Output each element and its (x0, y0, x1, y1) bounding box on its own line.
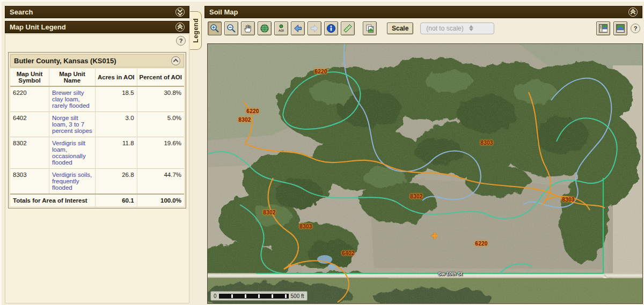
map-scale-bar: 0 500 ft (210, 291, 308, 301)
scale-bar-end: 500 ft (291, 293, 304, 299)
zoom-to-aoi-icon: AOI (276, 24, 286, 33)
toggle-panels-icon (598, 24, 608, 33)
measure-button[interactable] (341, 21, 355, 35)
col-symbol: Map Unit Symbol (10, 69, 49, 86)
scale-bar-start: 0 (214, 293, 217, 299)
aerial-imagery (208, 44, 642, 303)
zoom-in-button[interactable] (208, 21, 222, 35)
table-row: 6220 Brewer silty clay loam, rarely floo… (10, 86, 184, 112)
unit-percent: 30.8% (137, 86, 184, 112)
soil-map-header[interactable]: Soil Map (204, 6, 642, 18)
copy-map-button[interactable] (363, 21, 377, 35)
toggle-map-view-icon (616, 24, 625, 33)
map-unit-legend-panel: ? Butler County, Kansas (KS015) Map Unit… (5, 34, 189, 303)
unit-name-link[interactable]: Verdigris silt loam, occasionally floode… (52, 140, 86, 166)
unit-symbol: 6402 (10, 112, 49, 137)
search-panel-title: Search (10, 8, 33, 16)
totals-row: Totals for Area of Interest 60.1 100.0% (10, 194, 184, 206)
unit-percent: 5.0% (137, 112, 184, 137)
map-unit-legend-title: Map Unit Legend (10, 23, 66, 31)
web-soil-survey-page: Search Map Unit Legend ? Butler County, … (0, 0, 644, 305)
unit-percent: 19.6% (137, 137, 184, 169)
search-expand-icon[interactable] (175, 8, 185, 17)
scale-bar-band (219, 294, 289, 299)
map-unit-legend-header[interactable]: Map Unit Legend (5, 21, 189, 33)
legend-tab-label: Legend (192, 18, 200, 43)
unit-acres: 18.5 (95, 86, 137, 112)
arrow-right-disabled-icon (310, 24, 319, 33)
unit-symbol: 6220 (10, 86, 49, 112)
measure-ruler-icon (343, 24, 353, 33)
next-extent-button (308, 21, 321, 35)
totals-label: Totals for Area of Interest (10, 194, 95, 206)
toggle-map-view-button[interactable] (613, 21, 627, 35)
unit-acres: 26.8 (95, 169, 137, 195)
table-row: 6402 Norge silt loam, 3 to 7 percent slo… (10, 112, 184, 137)
aoi-legend-table-box: Butler County, Kansas (KS015) Map Unit S… (8, 52, 186, 209)
info-icon (326, 24, 336, 33)
pan-hand-icon (243, 24, 253, 33)
previous-extent-button[interactable] (291, 21, 305, 35)
col-percent: Percent of AOI (137, 69, 184, 86)
totals-acres: 60.1 (95, 194, 137, 206)
identify-button[interactable] (324, 21, 338, 35)
map-toolbar: AOI (204, 19, 642, 37)
unit-name-link[interactable]: Brewer silty clay loam, rarely flooded (52, 90, 90, 109)
svg-text:AOI: AOI (279, 29, 284, 32)
soil-map-collapse-icon[interactable] (628, 8, 638, 17)
unit-name-link[interactable]: Norge silt loam, 3 to 7 percent slopes (52, 115, 92, 134)
soil-map-title: Soil Map (209, 8, 238, 16)
stepper-icon (469, 25, 473, 31)
county-header[interactable]: Butler County, Kansas (KS015) (10, 54, 184, 68)
scale-button[interactable]: Scale (387, 23, 413, 34)
pan-button[interactable] (241, 21, 255, 35)
unit-percent: 44.7% (137, 169, 184, 195)
scale-select-value: (not to scale) (426, 25, 463, 32)
legend-tab[interactable]: Legend (190, 11, 202, 50)
map-help-icon[interactable]: ? (631, 24, 640, 33)
copy-map-icon (365, 24, 375, 33)
legend-help-icon[interactable]: ? (176, 36, 186, 46)
globe-icon (260, 24, 269, 33)
table-row: 8303 Verdigris soils, frequently flooded… (10, 169, 184, 195)
zoom-to-aoi-button[interactable]: AOI (274, 21, 288, 35)
scale-select: (not to scale) (420, 23, 494, 34)
legend-collapse-icon[interactable] (175, 23, 185, 32)
soil-map-canvas[interactable]: 6220 6220 8302 8303 8302 8303 8302 8303 … (207, 43, 643, 304)
unit-symbol: 8303 (10, 169, 49, 195)
unit-name-link[interactable]: Verdigris soils, frequently flooded (52, 172, 92, 191)
unit-acres: 11.8 (95, 137, 137, 169)
totals-percent: 100.0% (137, 194, 184, 206)
col-name: Map Unit Name (49, 69, 96, 86)
legend-help-row: ? (5, 34, 189, 47)
arrow-left-icon (293, 24, 303, 33)
unit-acres: 3.0 (95, 112, 137, 137)
map-unit-table: Map Unit Symbol Map Unit Name Acres in A… (10, 69, 184, 206)
col-acres: Acres in AOI (95, 69, 137, 86)
table-row: 8302 Verdigris silt loam, occasionally f… (10, 137, 184, 169)
zoom-in-icon (210, 24, 219, 33)
search-panel-header[interactable]: Search (5, 6, 189, 18)
toggle-panels-button[interactable] (596, 21, 610, 35)
zoom-out-icon (226, 24, 236, 33)
unit-symbol: 8302 (10, 137, 49, 169)
county-collapse-icon[interactable] (171, 56, 180, 65)
zoom-out-button[interactable] (224, 21, 238, 35)
full-extent-button[interactable] (258, 21, 272, 35)
toolbar-right-group: ? (596, 21, 642, 35)
county-title: Butler County, Kansas (KS015) (14, 57, 116, 65)
